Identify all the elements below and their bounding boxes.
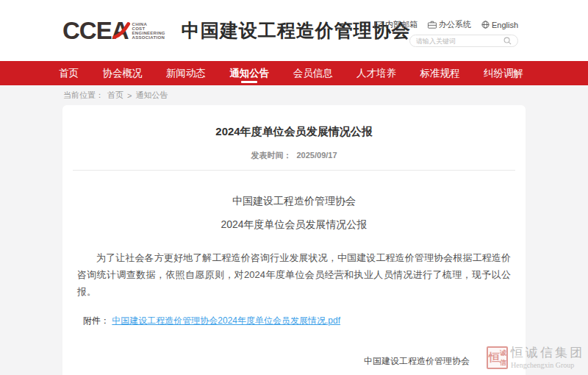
article-meta: 发表时间： 2025/09/17 xyxy=(73,150,515,161)
breadcrumb: 当前位置： 首页 > 通知公告 xyxy=(0,85,588,105)
mail-icon xyxy=(374,21,383,29)
title-divider xyxy=(73,170,515,171)
breadcrumb-current: 通知公告 xyxy=(135,90,168,101)
header-utilities: 内部邮箱 办公系统 English xyxy=(349,19,518,47)
seal-char-bottom-right: 信 xyxy=(500,358,506,368)
watermark-name-en: Hengchengxin Group xyxy=(511,361,584,369)
nav-item-news[interactable]: 新闻动态 xyxy=(159,61,213,85)
breadcrumb-separator: > xyxy=(127,91,132,100)
publish-time-label: 发表时间： xyxy=(251,151,291,160)
nav-item-training[interactable]: 人才培养 xyxy=(349,61,404,85)
logo-swoosh-icon xyxy=(112,21,132,40)
article-title: 2024年度单位会员发展情况公报 xyxy=(73,125,515,139)
globe-icon xyxy=(481,21,490,29)
attachment-pdf-link[interactable]: 中国建设工程造价管理协会2024年度单位会员发展情况.pdf xyxy=(112,315,340,326)
watermark-name-cn: 恒诚信集团 xyxy=(511,346,584,360)
search-button[interactable] xyxy=(503,37,512,45)
publish-date: 2025/09/17 xyxy=(297,151,337,160)
seal-char-top-right: 诚 xyxy=(500,349,506,358)
briefcase-icon xyxy=(428,21,437,29)
seal-right-column: 诚 信 xyxy=(500,349,506,367)
seal-char-left: 恒 xyxy=(489,349,500,367)
signature-org: 中国建设工程造价管理协会 xyxy=(364,355,470,368)
quick-links: 内部邮箱 办公系统 English xyxy=(349,19,518,30)
nav-item-dispute[interactable]: 纠纷调解 xyxy=(476,61,531,85)
breadcrumb-prefix: 当前位置： xyxy=(63,90,104,101)
ccea-logo-text: CCEA xyxy=(62,18,129,43)
signature-block: 中国建设工程造价管理协会 2025年9月17日 xyxy=(364,355,470,375)
quick-link-label: 内部邮箱 xyxy=(385,19,417,30)
main-nav: 首页 协会概况 新闻动态 通知公告 会员信息 人才培养 标准规程 纠纷调解 xyxy=(0,61,588,85)
hengchengxin-watermark: 恒 诚 信 恒诚信集团 Hengchengxin Group xyxy=(487,346,584,369)
nav-item-home[interactable]: 首页 xyxy=(51,61,86,85)
article-paragraph: 为了让社会各方更好地了解工程造价咨询行业发展状况，中国建设工程造价管理协会根据工… xyxy=(77,249,511,300)
breadcrumb-home-link[interactable]: 首页 xyxy=(107,90,123,101)
english-link[interactable]: English xyxy=(481,21,518,29)
watermark-text: 恒诚信集团 Hengchengxin Group xyxy=(511,346,584,369)
nav-item-about[interactable]: 协会概况 xyxy=(95,61,149,85)
nav-item-notices[interactable]: 通知公告 xyxy=(222,61,276,85)
search-input[interactable] xyxy=(416,38,503,45)
search-icon xyxy=(503,37,512,45)
document-org-heading: 中国建设工程造价管理协会 xyxy=(73,195,515,208)
search-box xyxy=(409,35,518,47)
internal-mail-link[interactable]: 内部邮箱 xyxy=(374,19,417,30)
hengchengxin-seal-icon: 恒 诚 信 xyxy=(487,346,508,369)
nav-item-standards[interactable]: 标准规程 xyxy=(413,61,467,85)
document-title-heading: 2024年度单位会员发展情况公报 xyxy=(73,218,515,232)
office-system-link[interactable]: 办公系统 xyxy=(428,19,471,30)
article-card: 2024年度单位会员发展情况公报 发表时间： 2025/09/17 中国建设工程… xyxy=(62,105,526,375)
quick-link-label: English xyxy=(492,21,518,29)
ccea-logo-subtext: CHINA COST ENGINEERING ASSOCIATION xyxy=(132,22,165,40)
site-header: CCEA CHINA COST ENGINEERING ASSOCIATION … xyxy=(0,0,588,61)
nav-item-members[interactable]: 会员信息 xyxy=(286,61,340,85)
attachment-label: 附件： xyxy=(83,315,110,326)
quick-link-label: 办公系统 xyxy=(439,19,471,30)
attachment-row: 附件： 中国建设工程造价管理协会2024年度单位会员发展情况.pdf xyxy=(83,315,515,327)
